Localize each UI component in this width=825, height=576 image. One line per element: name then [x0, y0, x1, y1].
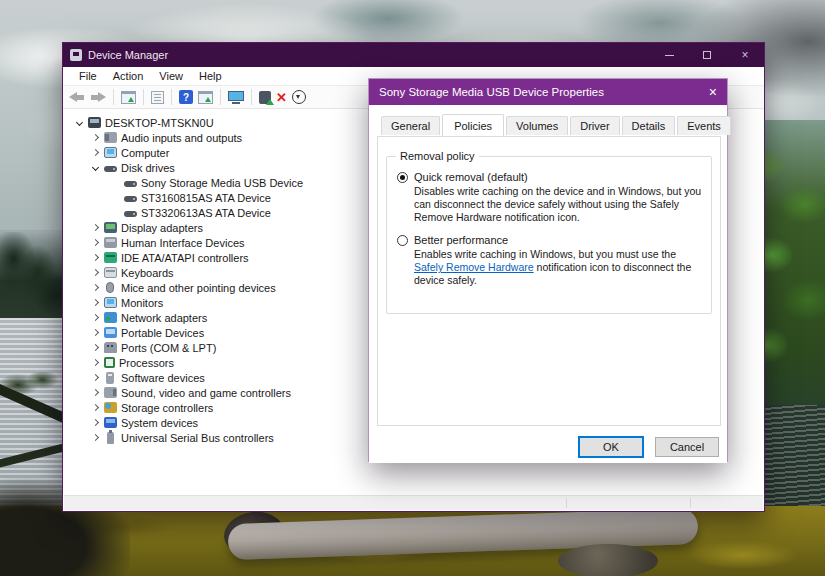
- toolbar-separator: [113, 89, 114, 105]
- monitor-icon: [104, 297, 117, 308]
- minimize-icon: [665, 55, 674, 56]
- status-bar-separator: [690, 498, 691, 508]
- safely-remove-hardware-link[interactable]: Safely Remove Hardware: [414, 261, 534, 273]
- chevron-collapsed-icon[interactable]: [91, 419, 98, 426]
- removal-policy-group: Removal policy Quick removal (default) D…: [386, 156, 712, 314]
- sound-controller-icon: [104, 387, 117, 398]
- dialog-title: Sony Storage Media USB Device Properties: [379, 86, 697, 98]
- keyboard-icon: [104, 267, 117, 278]
- description-text: Enables write caching in Windows, but yo…: [414, 248, 676, 260]
- group-title: Removal policy: [396, 150, 479, 162]
- disk-drive-icon: [124, 211, 137, 217]
- menu-help[interactable]: Help: [191, 70, 230, 82]
- back-icon[interactable]: [69, 92, 85, 103]
- hid-device-icon: [104, 237, 117, 248]
- chevron-collapsed-icon[interactable]: [91, 329, 98, 336]
- chevron-expanded-icon[interactable]: [75, 119, 82, 126]
- tab-details[interactable]: Details: [622, 116, 676, 135]
- dialog-close-button[interactable]: ×: [697, 85, 717, 99]
- close-icon: ×: [741, 48, 748, 62]
- tab-driver[interactable]: Driver: [570, 116, 619, 135]
- help-icon[interactable]: ?: [179, 90, 193, 104]
- chevron-collapsed-icon[interactable]: [91, 389, 98, 396]
- disk-drive-icon: [124, 196, 137, 202]
- chevron-collapsed-icon[interactable]: [91, 284, 98, 291]
- chevron-collapsed-icon[interactable]: [91, 134, 98, 141]
- ide-controller-icon: [104, 252, 117, 263]
- status-bar-separator: [566, 498, 567, 508]
- chevron-collapsed-icon[interactable]: [91, 224, 98, 231]
- forward-icon[interactable]: [90, 92, 106, 103]
- radio-selected-icon[interactable]: [397, 172, 408, 183]
- better-performance-option[interactable]: Better performance: [397, 234, 711, 246]
- dialog-title-bar[interactable]: Sony Storage Media USB Device Properties…: [369, 79, 727, 105]
- quick-removal-description: Disables write caching on the device and…: [414, 185, 706, 224]
- chevron-collapsed-icon[interactable]: [91, 434, 98, 441]
- radio-unselected-icon[interactable]: [397, 235, 408, 246]
- desktop-computer-icon: [88, 117, 101, 128]
- menu-action[interactable]: Action: [105, 70, 152, 82]
- chevron-collapsed-icon[interactable]: [91, 344, 98, 351]
- toolbar-separator: [171, 89, 172, 105]
- window-title: Device Manager: [88, 49, 650, 61]
- tab-policies[interactable]: Policies: [442, 114, 504, 136]
- close-icon: ×: [709, 84, 717, 100]
- display-adapter-icon: [104, 222, 117, 233]
- tab-general[interactable]: General: [381, 116, 440, 135]
- minimize-button[interactable]: [650, 43, 688, 67]
- uninstall-device-icon[interactable]: ✕: [276, 91, 287, 104]
- mouse-icon: [106, 282, 114, 293]
- chevron-collapsed-icon[interactable]: [91, 254, 98, 261]
- processor-icon: [104, 357, 115, 368]
- chevron-collapsed-icon[interactable]: [91, 404, 98, 411]
- status-bar: [64, 495, 763, 510]
- chevron-collapsed-icon[interactable]: [91, 299, 98, 306]
- computer-icon: [104, 147, 117, 158]
- toolbar-separator: [251, 89, 252, 105]
- dialog-tabs: General Policies Volumes Driver Details …: [381, 113, 733, 135]
- chevron-collapsed-icon[interactable]: [91, 269, 98, 276]
- toolbar-separator: [143, 89, 144, 105]
- usb-controller-icon: [107, 432, 114, 444]
- close-button[interactable]: ×: [726, 43, 764, 67]
- menu-file[interactable]: File: [71, 70, 105, 82]
- maximize-icon: [703, 51, 711, 59]
- wallpaper-trees: [0, 232, 68, 322]
- update-driver-computer-icon[interactable]: [228, 91, 244, 104]
- title-bar[interactable]: Device Manager ×: [63, 43, 764, 67]
- disk-drive-icon: [124, 181, 137, 187]
- chevron-collapsed-icon[interactable]: [91, 359, 98, 366]
- show-console-tree-icon[interactable]: [121, 91, 136, 104]
- maximize-button[interactable]: [688, 43, 726, 67]
- disable-device-icon[interactable]: [292, 90, 306, 104]
- quick-removal-option[interactable]: Quick removal (default): [397, 171, 711, 183]
- audio-device-icon: [104, 132, 117, 143]
- software-device-icon: [106, 372, 114, 384]
- properties-icon[interactable]: [151, 91, 164, 104]
- better-performance-label: Better performance: [414, 234, 508, 246]
- ok-button[interactable]: OK: [579, 437, 643, 457]
- port-icon: [104, 342, 117, 353]
- dialog-body: General Policies Volumes Driver Details …: [369, 105, 727, 463]
- show-action-pane-icon[interactable]: [198, 91, 213, 104]
- chevron-collapsed-icon[interactable]: [91, 149, 98, 156]
- tab-volumes[interactable]: Volumes: [506, 116, 568, 135]
- desktop: Device Manager × File Action View Help ?: [0, 0, 825, 576]
- policies-tab-page: Removal policy Quick removal (default) D…: [377, 136, 721, 426]
- chevron-expanded-icon[interactable]: [91, 164, 98, 171]
- toolbar-separator: [220, 89, 221, 105]
- network-adapter-icon: [104, 312, 117, 323]
- quick-removal-label: Quick removal (default): [414, 171, 528, 183]
- chevron-collapsed-icon[interactable]: [91, 239, 98, 246]
- tab-events[interactable]: Events: [677, 116, 731, 135]
- better-performance-description: Enables write caching in Windows, but yo…: [414, 248, 706, 287]
- chevron-collapsed-icon[interactable]: [91, 374, 98, 381]
- device-manager-icon: [70, 49, 82, 61]
- wallpaper-rock: [558, 544, 658, 576]
- chevron-collapsed-icon[interactable]: [91, 314, 98, 321]
- cancel-button[interactable]: Cancel: [655, 437, 719, 457]
- device-properties-dialog: Sony Storage Media USB Device Properties…: [368, 78, 728, 462]
- update-driver-icon[interactable]: [259, 91, 271, 104]
- menu-view[interactable]: View: [151, 70, 191, 82]
- system-device-icon: [104, 417, 117, 428]
